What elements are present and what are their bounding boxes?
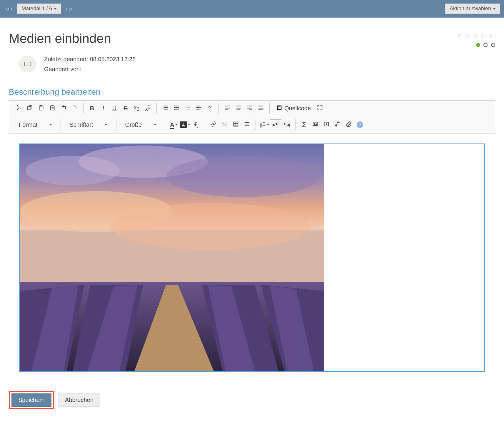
modified-by-label: Geändert von:: [44, 66, 81, 72]
section-heading: Beschreibung bearbeiten: [9, 87, 495, 97]
modified-by: Geändert von:: [44, 64, 136, 74]
chevron-down-icon: [188, 124, 190, 126]
align-right-button[interactable]: [244, 103, 255, 113]
size-dropdown[interactable]: Größe: [119, 118, 162, 131]
chevron-down-icon: [54, 8, 57, 10]
bullet-list-button[interactable]: [171, 103, 182, 113]
topbar-left: « ‹ Material 1 / 6 › »: [4, 4, 74, 14]
last-modified-value: 08.05.2023 12:28: [90, 56, 136, 62]
maximize-button[interactable]: [314, 103, 326, 113]
link-icon: [210, 121, 217, 129]
video-button[interactable]: [321, 119, 332, 130]
blockquote-button[interactable]: ”: [204, 103, 216, 113]
superscript-button[interactable]: x2: [142, 103, 153, 113]
nav-last-icon: »: [69, 4, 73, 13]
svg-point-6: [167, 156, 320, 197]
chevron-down-icon: [105, 124, 108, 126]
meta-row: LD Zuletzt geändert: 08.05.2023 12:28 Ge…: [9, 54, 495, 80]
source-button[interactable]: Quellcode: [273, 103, 314, 113]
audio-button[interactable]: [332, 119, 343, 130]
remove-format-icon: Ix: [194, 121, 198, 128]
table-button[interactable]: [230, 119, 241, 130]
subscript-button[interactable]: x2: [131, 103, 142, 113]
bg-color-button[interactable]: A: [179, 119, 191, 130]
status-circle: [491, 43, 495, 47]
font-label: Schriftart: [69, 121, 93, 128]
svg-point-1: [174, 107, 175, 108]
language-button[interactable]: 話: [259, 119, 270, 130]
editor-whitespace[interactable]: [324, 144, 484, 371]
inserted-image[interactable]: [20, 144, 324, 371]
outdent-button[interactable]: [182, 103, 193, 113]
bold-icon: B: [90, 105, 94, 112]
align-center-button[interactable]: [233, 103, 244, 113]
video-icon: [323, 121, 330, 129]
redo-button[interactable]: [69, 103, 80, 113]
svg-point-2: [174, 109, 175, 110]
bullet-list-icon: [173, 104, 180, 112]
rating-stars[interactable]: ☆☆☆☆☆: [457, 32, 495, 39]
scissors-icon: [16, 104, 22, 112]
unlink-icon: [221, 121, 228, 129]
unlink-button[interactable]: [219, 119, 230, 130]
image-button[interactable]: [310, 119, 321, 130]
font-dropdown[interactable]: Schriftart: [64, 118, 113, 131]
attachment-button[interactable]: [343, 119, 354, 130]
material-dropdown[interactable]: Material 1 / 6: [17, 4, 61, 14]
underline-button[interactable]: U: [109, 103, 120, 113]
format-label: Format: [19, 121, 37, 128]
direction-ltr-button[interactable]: ¶◂: [281, 119, 292, 130]
inserted-image-selection[interactable]: [19, 143, 485, 372]
editor-canvas[interactable]: [9, 133, 495, 382]
direction-rtl-button[interactable]: ▸¶: [270, 119, 281, 130]
formula-button[interactable]: Σ: [298, 119, 310, 130]
nav-first-prev[interactable]: « ‹: [4, 4, 15, 13]
italic-button[interactable]: I: [98, 103, 109, 113]
ordered-list-icon: [162, 104, 168, 112]
last-modified: Zuletzt geändert: 08.05.2023 12:28: [44, 54, 136, 64]
chevron-down-icon: [49, 124, 52, 126]
paperclip-icon: [346, 121, 352, 129]
indent-icon: [196, 104, 202, 112]
table-icon: [233, 121, 239, 129]
indent-button[interactable]: [193, 103, 204, 113]
numbered-list-button[interactable]: [160, 103, 171, 113]
cut-button[interactable]: [13, 103, 24, 113]
align-left-icon: [224, 104, 231, 112]
meta-text: Zuletzt geändert: 08.05.2023 12:28 Geänd…: [44, 54, 136, 74]
strike-button[interactable]: S: [120, 103, 131, 113]
align-left-button[interactable]: [222, 103, 233, 113]
save-highlight: Speichern: [9, 391, 54, 409]
text-color-button[interactable]: A: [168, 119, 179, 130]
save-button[interactable]: Speichern: [11, 393, 51, 407]
remove-format-button[interactable]: Ix: [191, 119, 202, 130]
sigma-icon: Σ: [302, 121, 306, 129]
music-icon: [334, 121, 341, 129]
hr-icon: [244, 121, 250, 129]
undo-icon: [60, 104, 67, 112]
align-center-icon: [235, 104, 242, 112]
action-dropdown[interactable]: Aktion auswählen: [445, 4, 500, 14]
image-icon: [312, 121, 318, 129]
action-dropdown-label: Aktion auswählen: [450, 6, 491, 12]
status-circle: [483, 43, 488, 47]
underline-icon: U: [112, 105, 116, 112]
paste-button[interactable]: [36, 103, 47, 113]
paste-word-button[interactable]: [47, 103, 58, 113]
size-label: Größe: [125, 121, 142, 128]
nav-next-icon: ›: [65, 4, 68, 13]
italic-icon: I: [102, 105, 104, 112]
link-button[interactable]: [208, 119, 219, 130]
rich-text-editor: B I U S x2 x2: [9, 100, 495, 382]
undo-button[interactable]: [58, 103, 69, 113]
maximize-icon: [317, 104, 323, 112]
hr-button[interactable]: [241, 119, 253, 130]
help-button[interactable]: ?: [354, 119, 366, 130]
cancel-button[interactable]: Abbrechen: [58, 393, 100, 407]
align-justify-icon: [258, 104, 264, 112]
nav-next-last[interactable]: › »: [64, 4, 74, 13]
copy-button[interactable]: [24, 103, 36, 113]
format-dropdown[interactable]: Format: [13, 118, 58, 131]
align-justify-button[interactable]: [255, 103, 266, 113]
bold-button[interactable]: B: [86, 103, 98, 113]
